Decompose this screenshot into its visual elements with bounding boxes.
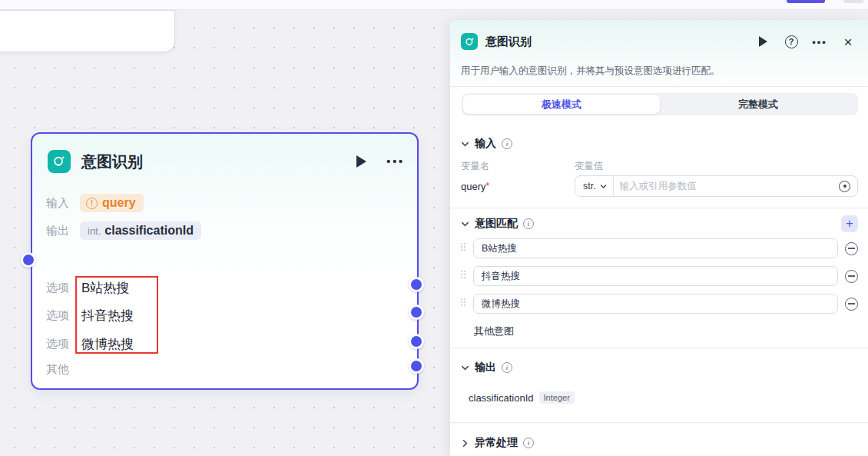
node-header: 意图识别 ••• <box>48 150 405 173</box>
panel-description: 用于用户输入的意图识别，并将其与预设意图选项进行匹配。 <box>461 65 857 78</box>
output-port-other[interactable] <box>409 358 424 374</box>
error-section-title: 异常处理 <box>475 436 518 450</box>
chevron-down-icon <box>461 140 469 148</box>
info-icon: i <box>523 438 534 448</box>
tab-full-mode[interactable]: 完整模式 <box>660 95 856 114</box>
column-var-value: 变量值 <box>575 160 604 173</box>
variable-value-group: str. <box>575 175 858 197</box>
required-mark: * <box>486 181 490 191</box>
node-run-icon[interactable] <box>356 155 366 168</box>
tab-fast-mode[interactable]: 极速模式 <box>463 95 660 114</box>
panel-close-button[interactable]: × <box>839 32 857 51</box>
warning-icon: ! <box>86 198 98 209</box>
output-variable-tag: int. classificationId <box>80 221 201 240</box>
value-input[interactable] <box>614 181 839 191</box>
chevron-down-icon <box>600 183 607 190</box>
chevron-right-icon <box>461 439 469 448</box>
output-port-option-3[interactable] <box>409 334 424 349</box>
option-label: 选项 <box>46 337 78 351</box>
output-type-label: int. <box>88 225 101 237</box>
option-value: 微博热搜 <box>81 335 134 353</box>
output-section-header[interactable]: 输出 i <box>461 361 512 374</box>
intent-bulb-icon <box>48 150 71 173</box>
error-section-header[interactable]: 异常处理 i <box>461 436 534 450</box>
output-variable-row: classificationId Integer <box>469 391 575 404</box>
chevron-down-icon <box>461 364 469 372</box>
intent-input[interactable] <box>473 238 838 258</box>
add-intent-button[interactable]: + <box>841 215 858 232</box>
node-output-label: 输出 <box>46 224 78 238</box>
intent-row <box>461 294 858 314</box>
node-option-row: 选项 微博热搜 <box>46 333 134 354</box>
intent-bulb-icon <box>461 33 478 50</box>
variable-name: query* <box>461 181 489 192</box>
panel-run-button[interactable] <box>754 32 772 51</box>
panel-title: 意图识别 <box>485 35 744 49</box>
node-title: 意图识别 <box>81 151 356 172</box>
intent-row <box>461 238 858 258</box>
info-icon: i <box>502 138 512 149</box>
query-tag-label: query <box>102 196 136 210</box>
divider <box>450 348 868 348</box>
mode-tabs: 极速模式 完整模式 <box>462 93 858 115</box>
info-icon: i <box>523 218 534 229</box>
intent-input[interactable] <box>473 294 838 314</box>
column-var-name: 变量名 <box>461 160 490 173</box>
remove-intent-button[interactable] <box>845 298 858 311</box>
input-section-header[interactable]: 输入 i <box>461 137 512 151</box>
help-icon: ? <box>785 35 798 48</box>
type-select[interactable]: str. <box>575 176 614 196</box>
divider <box>450 208 868 208</box>
output-variable-name: classificationId <box>469 392 534 404</box>
output-port-option-2[interactable] <box>409 305 424 320</box>
remove-intent-button[interactable] <box>845 242 858 255</box>
output-port-option-1[interactable] <box>409 277 424 292</box>
output-type-badge: Integer <box>539 391 575 404</box>
input-section-title: 输入 <box>475 137 496 151</box>
other-intent-label: 其他意图 <box>474 325 514 338</box>
toolbar-primary-button-fragment[interactable] <box>787 0 825 3</box>
intent-recognition-node[interactable]: 意图识别 ••• 输入 ! query 输出 int. classificati… <box>31 132 419 390</box>
panel-more-button[interactable]: ••• <box>810 32 829 51</box>
panel-title-row: 意图识别 ? ••• × <box>461 33 857 50</box>
other-label: 其他 <box>46 362 78 377</box>
node-option-row: 选项 抖音热搜 <box>46 305 134 326</box>
query-warning-tag[interactable]: ! query <box>80 194 144 212</box>
info-icon: i <box>502 362 512 373</box>
reference-icon[interactable] <box>839 181 850 192</box>
node-other-row: 其他 <box>46 358 78 380</box>
option-label: 选项 <box>46 281 78 295</box>
output-name-label: classificationId <box>104 224 194 238</box>
node-config-panel: 意图识别 ? ••• × 用于用户输入的意图识别，并将其与预设意图选项进行匹配。… <box>450 20 868 456</box>
node-more-icon[interactable]: ••• <box>386 155 405 168</box>
remove-intent-button[interactable] <box>845 270 858 283</box>
intent-section-title: 意图匹配 <box>475 217 518 231</box>
divider <box>450 422 868 423</box>
node-option-row: 选项 B站热搜 <box>46 277 129 298</box>
panel-help-button[interactable]: ? <box>782 32 800 51</box>
node-input-label: 输入 <box>46 196 78 211</box>
input-port[interactable] <box>21 252 36 268</box>
divider <box>450 86 868 87</box>
node-output-row: 输出 int. classificationId <box>46 220 201 241</box>
intent-section-header[interactable]: 意图匹配 i <box>461 217 534 231</box>
type-select-value: str. <box>583 181 596 191</box>
intent-input[interactable] <box>473 266 838 286</box>
drag-handle-icon[interactable] <box>461 298 469 309</box>
toolbar-secondary-button-fragment[interactable] <box>843 0 863 3</box>
intent-row <box>461 266 858 286</box>
option-value: 抖音热搜 <box>81 307 134 325</box>
output-section-title: 输出 <box>475 361 496 374</box>
chevron-down-icon <box>461 220 469 228</box>
canvas-card-top-left <box>0 10 175 52</box>
option-label: 选项 <box>46 308 78 323</box>
option-value: B站热搜 <box>81 279 129 297</box>
drag-handle-icon[interactable] <box>461 271 469 281</box>
drag-handle-icon[interactable] <box>461 243 469 254</box>
top-toolbar <box>0 0 868 10</box>
node-input-row: 输入 ! query <box>46 192 144 214</box>
